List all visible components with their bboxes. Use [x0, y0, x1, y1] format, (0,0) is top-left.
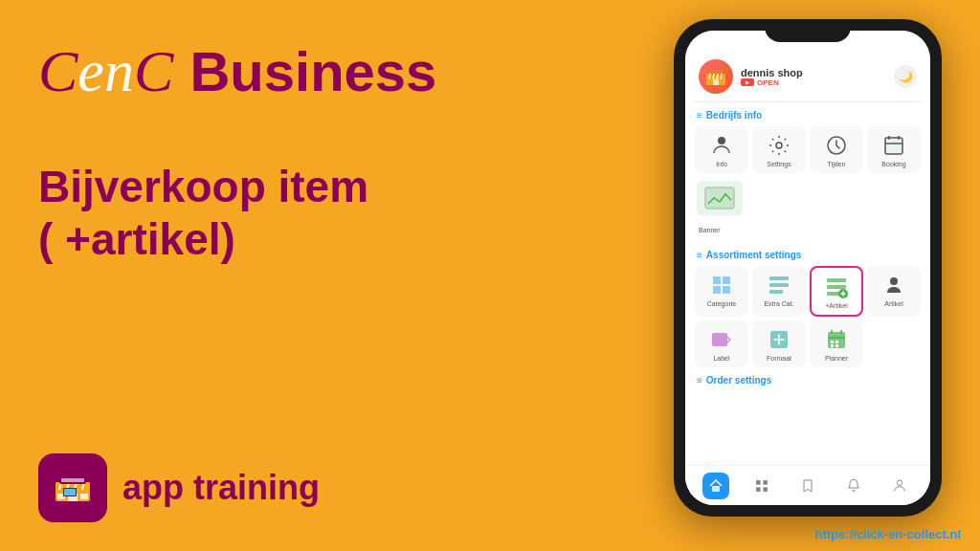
artikel-label: Artikel	[884, 300, 902, 307]
grid-item-planner[interactable]: Planner	[810, 320, 863, 367]
svg-rect-32	[831, 341, 834, 343]
section-title-bedrijfsinfo: Bedrijfs info	[706, 110, 762, 121]
label-icon	[708, 326, 735, 353]
status-text: OPEN	[757, 78, 779, 87]
grid-item-artikel[interactable]: Artikel	[867, 266, 921, 317]
svg-rect-29	[712, 333, 727, 346]
svg-rect-11	[713, 79, 719, 85]
svg-rect-8	[64, 489, 76, 496]
section-order: ≡ Order settings	[693, 367, 923, 391]
svg-rect-25	[827, 285, 846, 289]
svg-rect-20	[723, 286, 730, 294]
svg-rect-23	[769, 290, 783, 294]
svg-rect-24	[827, 278, 846, 282]
grid-item-formaat[interactable]: Formaat	[752, 320, 806, 367]
svg-rect-4	[80, 494, 88, 499]
banner-section: Banner	[693, 173, 923, 242]
plusartikel-label: +Artikel	[825, 302, 848, 309]
grid-item-booking[interactable]: Booking	[867, 126, 921, 173]
main-heading: Bijverkoop item ( +artikel)	[38, 161, 593, 266]
svg-rect-17	[713, 276, 721, 284]
svg-rect-39	[756, 487, 761, 492]
label-item-label: Label	[713, 355, 729, 362]
bookmark-icon	[800, 478, 815, 494]
nav-home[interactable]	[702, 473, 729, 499]
booking-icon	[880, 132, 907, 159]
phone-outer: dennis shop ▶ OPEN 🌙 ≡ Bedrijfs info	[674, 19, 942, 517]
brand-business: Business	[189, 40, 436, 102]
main-heading-line2: ( +artikel)	[38, 213, 593, 266]
main-heading-line1: Bijverkoop item	[38, 161, 593, 213]
shop-name-label: dennis shop	[741, 67, 894, 78]
bedrijfsinfo-grid: Info Settings Tijden	[693, 126, 923, 173]
grid-item-plusartikel[interactable]: +Artikel	[810, 266, 863, 317]
shop-icon	[52, 467, 94, 509]
grid-item-categorie[interactable]: Categorie	[695, 266, 748, 317]
nav-person-icon	[892, 478, 907, 494]
svg-rect-35	[835, 344, 838, 347]
svg-rect-33	[835, 341, 838, 343]
grid-item-info[interactable]: Info	[695, 126, 748, 173]
section-icon-order: ≡	[697, 375, 702, 386]
nav-bookmark[interactable]	[794, 473, 821, 499]
grid-item-label-item[interactable]: Label	[695, 320, 748, 367]
svg-point-12	[718, 137, 725, 144]
svg-rect-18	[723, 276, 730, 284]
info-label: Info	[716, 161, 727, 167]
app-header: dennis shop ▶ OPEN 🌙	[693, 59, 923, 102]
brand-title: CenC Business	[38, 38, 593, 103]
section-assortiment: ≡ Assortiment settings	[693, 242, 923, 266]
svg-rect-36	[712, 486, 720, 492]
banner-item[interactable]	[697, 181, 743, 215]
empty-cell	[867, 320, 921, 367]
grid-item-extracat[interactable]: Extra Cat.	[752, 266, 806, 317]
home-icon	[708, 478, 724, 494]
info-icon	[708, 132, 735, 159]
settings-label: Settings	[767, 161, 791, 167]
planner-label: Planner	[825, 355, 848, 362]
phone-notch	[765, 19, 851, 42]
shop-status: ▶ OPEN	[741, 78, 894, 87]
nav-person[interactable]	[886, 473, 913, 499]
grid-icon	[754, 478, 769, 494]
nav-grid[interactable]	[748, 473, 775, 499]
shop-info: dennis shop ▶ OPEN	[741, 67, 894, 87]
categorie-icon	[708, 272, 735, 298]
settings-icon	[766, 132, 792, 159]
bell-icon	[846, 478, 861, 494]
categorie-label: Categorie	[707, 300, 736, 307]
tijden-label: Tijden	[828, 161, 846, 167]
svg-rect-21	[769, 276, 789, 280]
svg-rect-22	[769, 283, 789, 287]
svg-rect-6	[61, 478, 84, 482]
section-bedrijfsinfo: ≡ Bedrijfs info	[693, 102, 923, 126]
section-title-order: Order settings	[706, 375, 771, 386]
grid-item-tijden[interactable]: Tijden	[810, 126, 863, 173]
bottom-badge: app training	[38, 453, 320, 522]
extracat-icon	[766, 272, 792, 298]
svg-rect-37	[756, 480, 761, 485]
badge-icon	[38, 453, 107, 522]
website-url[interactable]: https://click-en-collect.nl	[815, 527, 961, 541]
brand-c2: C	[134, 38, 173, 103]
app-content[interactable]: dennis shop ▶ OPEN 🌙 ≡ Bedrijfs info	[685, 31, 930, 505]
svg-rect-34	[831, 344, 834, 347]
banner-label: Banner	[695, 227, 721, 233]
status-indicator: ▶	[741, 78, 754, 86]
nav-bell[interactable]	[840, 473, 867, 499]
booking-label: Booking	[881, 161, 905, 167]
svg-rect-40	[763, 487, 768, 492]
formaat-icon	[766, 326, 792, 353]
svg-rect-26	[827, 292, 840, 296]
tijden-icon	[823, 132, 850, 159]
planner-icon	[823, 326, 850, 353]
svg-point-41	[897, 480, 902, 485]
brand-c1: C	[38, 38, 78, 103]
moon-icon[interactable]: 🌙	[894, 65, 917, 88]
badge-label: app training	[122, 468, 320, 508]
grid-item-settings[interactable]: Settings	[752, 126, 806, 173]
formaat-label: Formaat	[767, 355, 791, 362]
svg-point-28	[890, 277, 898, 285]
extracat-label: Extra Cat.	[764, 300, 793, 307]
phone-container: dennis shop ▶ OPEN 🌙 ≡ Bedrijfs info	[674, 19, 961, 526]
